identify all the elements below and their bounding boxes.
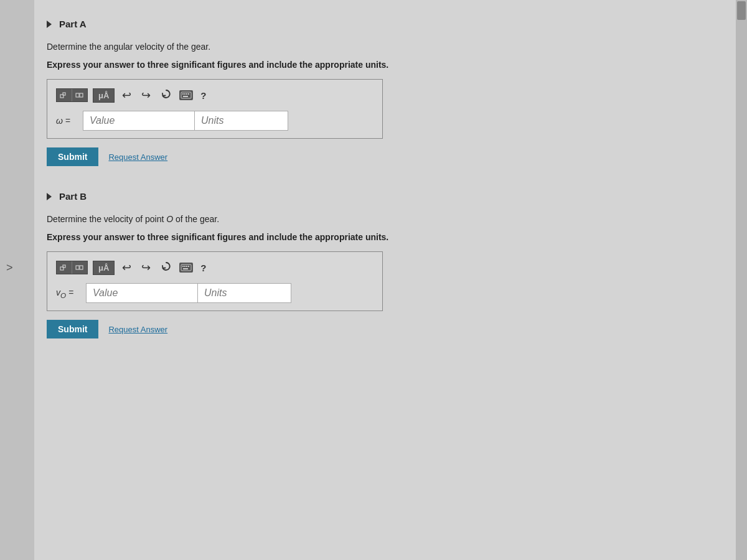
part-b-answer-box: μÅ ↩ ↪ — [47, 251, 383, 311]
part-a-units-input[interactable] — [195, 111, 288, 131]
svg-rect-13 — [80, 266, 83, 269]
scrollbar[interactable] — [736, 0, 747, 560]
part-a-format2-btn[interactable] — [72, 89, 87, 101]
part-b-desc2: Express your answer to three significant… — [47, 231, 711, 244]
part-b-format-group — [56, 261, 88, 274]
part-a-answer-box: μÅ ↩ ↪ — [47, 79, 383, 139]
part-b-redo-btn[interactable]: ↪ — [139, 259, 153, 276]
part-b-format2-btn[interactable] — [72, 261, 87, 274]
part-a-redo-btn[interactable]: ↪ — [139, 87, 153, 103]
part-a-desc1: Determine the angular velocity of the ge… — [47, 40, 711, 54]
svg-rect-19 — [183, 268, 188, 269]
part-b-action-row: Submit Request Answer — [47, 320, 711, 338]
part-a-mua-btn[interactable]: μÅ — [93, 88, 115, 103]
part-b-units-input[interactable] — [198, 283, 291, 303]
svg-rect-5 — [182, 93, 184, 95]
svg-rect-7 — [186, 93, 187, 95]
svg-rect-12 — [76, 266, 79, 269]
part-b-request-answer-link[interactable]: Request Answer — [108, 325, 167, 334]
scroll-thumb[interactable] — [737, 1, 746, 20]
part-b-undo-btn[interactable]: ↩ — [120, 259, 134, 276]
part-a-collapse-icon[interactable] — [47, 21, 52, 28]
part-a-action-row: Submit Request Answer — [47, 147, 711, 166]
svg-rect-2 — [76, 93, 79, 97]
part-b-header: Part B — [47, 191, 711, 202]
part-a-keyboard-icon — [179, 90, 193, 100]
main-content: Part A Determine the angular velocity of… — [34, 0, 736, 560]
part-a-format-group — [56, 88, 88, 102]
svg-rect-8 — [188, 93, 189, 95]
svg-rect-15 — [182, 266, 184, 267]
svg-rect-1 — [63, 93, 65, 95]
svg-rect-3 — [80, 93, 83, 97]
part-b-section: Part B Determine the velocity of point O… — [47, 191, 711, 338]
svg-rect-4 — [181, 92, 191, 98]
part-a-request-answer-link[interactable]: Request Answer — [108, 152, 167, 162]
svg-rect-17 — [186, 266, 187, 267]
svg-rect-9 — [183, 96, 188, 97]
part-a-toolbar: μÅ ↩ ↪ — [56, 87, 374, 103]
svg-rect-11 — [63, 265, 65, 268]
part-a-undo-btn[interactable]: ↩ — [120, 87, 134, 103]
part-b-collapse-icon[interactable] — [47, 193, 52, 200]
part-b-refresh-btn[interactable] — [158, 259, 174, 276]
part-a-refresh-btn[interactable] — [158, 87, 174, 103]
svg-rect-6 — [184, 93, 186, 95]
part-a-input-row: ω = — [56, 111, 374, 131]
svg-rect-16 — [184, 266, 186, 267]
part-b-help-btn[interactable]: ? — [198, 261, 209, 274]
part-b-toolbar: μÅ ↩ ↪ — [56, 259, 374, 276]
part-a-header: Part A — [47, 19, 711, 29]
part-b-superscript-btn[interactable] — [57, 261, 72, 274]
svg-rect-18 — [188, 266, 189, 267]
part-b-title: Part B — [59, 191, 87, 202]
part-a-input-label: ω = — [56, 116, 78, 126]
part-b-input-label: vO = — [56, 287, 81, 299]
part-b-value-input[interactable] — [86, 283, 198, 303]
sidebar: > — [0, 0, 34, 560]
part-b-keyboard-icon — [179, 263, 193, 273]
part-b-mua-btn[interactable]: μÅ — [93, 261, 115, 275]
sidebar-arrow[interactable]: > — [6, 261, 13, 274]
part-b-desc1: Determine the velocity of point O of the… — [47, 213, 711, 226]
part-a-title: Part A — [59, 19, 87, 29]
part-a-value-input[interactable] — [83, 111, 195, 131]
part-a-help-btn[interactable]: ? — [198, 89, 209, 102]
part-a-superscript-btn[interactable] — [57, 89, 72, 101]
part-a-section: Part A Determine the angular velocity of… — [47, 19, 711, 166]
part-b-input-row: vO = — [56, 283, 374, 303]
part-a-submit-button[interactable]: Submit — [47, 147, 98, 166]
part-b-submit-button[interactable]: Submit — [47, 320, 98, 338]
svg-rect-14 — [181, 264, 191, 271]
part-a-desc2: Express your answer to three significant… — [47, 58, 711, 72]
